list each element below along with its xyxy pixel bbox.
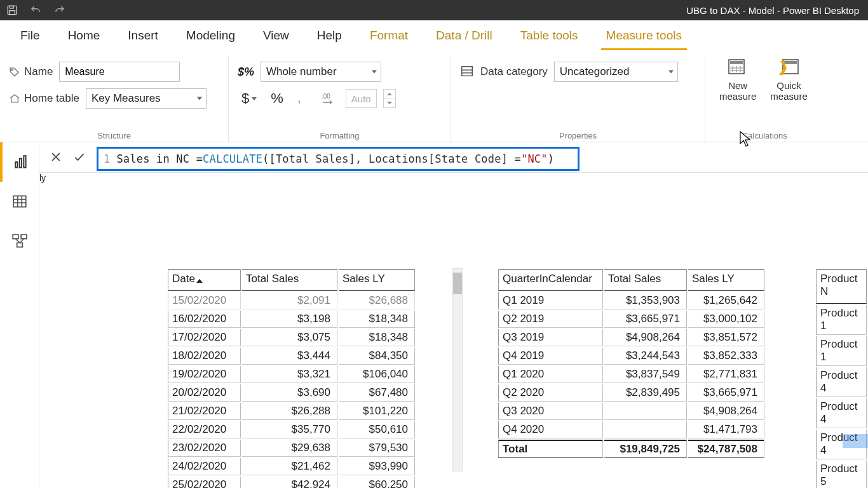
data-category-icon xyxy=(460,64,474,80)
table-row[interactable]: Q2 2020$2,839,495$3,665,971 xyxy=(498,384,764,402)
group-calculations: New measure Quick measure Calculations xyxy=(705,56,824,142)
svg-line-29 xyxy=(15,239,20,243)
redo-icon[interactable] xyxy=(53,4,66,16)
table-row[interactable]: 23/02/2020$29,638$79,530 xyxy=(168,440,415,457)
quick-measure-button[interactable]: Quick measure xyxy=(765,58,812,102)
tab-format[interactable]: Format xyxy=(356,21,422,51)
model-view-icon[interactable] xyxy=(0,221,39,261)
table-row[interactable]: Q4 2020$1,471,793 xyxy=(498,421,764,438)
decimal-places-input[interactable]: Auto xyxy=(346,89,377,108)
svg-rect-21 xyxy=(13,196,26,207)
data-category-label: Data category xyxy=(480,65,548,78)
table-row[interactable]: Q2 2019$3,665,971$3,000,102 xyxy=(498,311,764,328)
window-title: UBG to DAX - Model - Power BI Desktop xyxy=(686,5,862,16)
svg-point-3 xyxy=(11,69,13,71)
svg-rect-27 xyxy=(21,234,27,239)
table-row[interactable]: Product 4 xyxy=(816,398,867,428)
table-total-row: Total$19,849,725$24,787,508 xyxy=(498,440,764,458)
ribbon: Name Home table Key Measures Structure $… xyxy=(0,52,868,142)
table-row[interactable]: 15/02/2020$2,091$26,688 xyxy=(168,292,415,309)
tab-table-tools[interactable]: Table tools xyxy=(506,21,592,51)
datatype-select[interactable]: Whole number xyxy=(261,62,381,82)
table-row[interactable]: Product 1 xyxy=(816,336,867,366)
svg-rect-28 xyxy=(17,243,22,247)
table-row[interactable]: Product 4 xyxy=(816,367,867,397)
table-row[interactable]: Product 1 xyxy=(816,305,867,335)
svg-text:.00: .00 xyxy=(322,93,330,100)
tab-view[interactable]: View xyxy=(249,21,303,51)
svg-rect-19 xyxy=(19,159,21,168)
group-properties: Data category Uncategorized Properties xyxy=(451,56,705,142)
table-daily: Date Total Sales Sales LY 15/02/2020$2,0… xyxy=(166,268,416,488)
ribbon-tabs: File Home Insert Modeling View Help Form… xyxy=(0,20,868,52)
table-row[interactable]: Q1 2020$3,837,549$2,771,831 xyxy=(498,366,764,383)
tab-measure-tools[interactable]: Measure tools xyxy=(592,21,696,51)
formula-editor[interactable]: 1 Sales in NC = CALCULATE ( [Total Sales… xyxy=(97,147,580,171)
decimal-places-stepper[interactable] xyxy=(383,89,396,108)
table-row[interactable]: Q3 2019$4,908,264$3,851,572 xyxy=(498,329,764,346)
table-row[interactable]: Q1 2019$1,353,903$1,265,642 xyxy=(498,292,764,309)
svg-text:,: , xyxy=(297,92,301,105)
svg-rect-10 xyxy=(730,61,743,64)
svg-line-30 xyxy=(20,239,24,243)
tab-file[interactable]: File xyxy=(6,21,54,51)
group-structure: Name Home table Key Measures Structure xyxy=(0,56,229,142)
decimal-decrease-button[interactable]: .00 xyxy=(318,92,339,105)
datatype-icon: $% xyxy=(238,65,254,79)
data-category-select[interactable]: Uncategorized xyxy=(554,62,678,82)
svg-rect-18 xyxy=(15,162,17,168)
table-row[interactable]: 20/02/2020$3,690$67,480 xyxy=(168,384,415,402)
table-row[interactable]: 18/02/2020$3,444$84,350 xyxy=(168,348,415,365)
group-label-calculations: Calculations xyxy=(705,131,824,140)
selection-highlight xyxy=(843,434,868,448)
currency-format-button[interactable]: $ xyxy=(238,90,261,107)
save-icon[interactable] xyxy=(6,4,18,16)
thousands-separator-button[interactable]: , xyxy=(294,92,311,105)
commit-icon[interactable] xyxy=(72,151,86,166)
table-row[interactable]: 25/02/2020$42,924$60,250 xyxy=(168,477,415,488)
tab-help[interactable]: Help xyxy=(303,21,356,51)
visual-table-daily[interactable]: Date Total Sales Sales LY 15/02/2020$2,0… xyxy=(166,268,416,488)
group-label-properties: Properties xyxy=(451,131,705,140)
new-measure-button[interactable]: New measure xyxy=(714,58,761,102)
data-view-icon[interactable] xyxy=(0,182,39,221)
titlebar: UBG to DAX - Model - Power BI Desktop xyxy=(0,0,868,20)
group-formatting: $% Whole number $ % , .00 Auto Formattin… xyxy=(229,56,451,142)
tab-insert[interactable]: Insert xyxy=(114,21,172,51)
name-input[interactable] xyxy=(59,62,180,82)
report-canvas[interactable]: Date Total Sales Sales LY 15/02/2020$2,0… xyxy=(39,173,868,488)
table-row[interactable]: 16/02/2020$3,198$18,348 xyxy=(168,311,415,328)
visual-table-quarter[interactable]: QuarterInCalendar Total Sales Sales LY Q… xyxy=(497,268,766,459)
sort-asc-icon[interactable] xyxy=(196,279,203,283)
svg-rect-17 xyxy=(784,61,797,64)
report-view-icon[interactable] xyxy=(0,142,39,182)
table-row[interactable]: 21/02/2020$26,288$101,220 xyxy=(168,403,415,420)
table-row[interactable]: 19/02/2020$3,321$106,040 xyxy=(168,366,415,383)
group-label-structure: Structure xyxy=(0,131,228,140)
table-row[interactable]: Q3 2020$4,908,264 xyxy=(498,403,764,420)
table-row[interactable]: 22/02/2020$35,770$50,610 xyxy=(168,421,415,438)
home-table-label: Home table xyxy=(9,92,79,105)
table-row[interactable]: Product 5 xyxy=(816,461,867,488)
scrollbar-table-daily[interactable] xyxy=(452,268,463,471)
visual-table-product[interactable]: Product N Product 1Product 1Product 4Pro… xyxy=(815,268,868,488)
tab-home[interactable]: Home xyxy=(54,21,114,51)
svg-rect-2 xyxy=(10,11,15,15)
table-row[interactable]: Q4 2019$3,244,543$3,852,333 xyxy=(498,348,764,365)
undo-icon[interactable] xyxy=(29,4,42,16)
table-product: Product N Product 1Product 1Product 4Pro… xyxy=(815,268,868,488)
group-label-formatting: Formatting xyxy=(229,131,451,140)
svg-rect-6 xyxy=(462,66,473,76)
svg-rect-26 xyxy=(13,234,18,239)
table-row[interactable]: 17/02/2020$3,075$18,348 xyxy=(168,329,415,346)
name-label: Name xyxy=(9,65,53,78)
table-row[interactable]: 24/02/2020$21,462$93,990 xyxy=(168,458,415,475)
tab-modeling[interactable]: Modeling xyxy=(172,21,249,51)
home-table-select[interactable]: Key Measures xyxy=(86,88,207,109)
tab-data-drill[interactable]: Data / Drill xyxy=(422,21,506,51)
svg-rect-1 xyxy=(10,6,13,8)
formula-bar: 1 Sales in NC = CALCULATE ( [Total Sales… xyxy=(39,145,868,173)
svg-rect-20 xyxy=(24,156,25,167)
percent-format-button[interactable]: % xyxy=(267,90,287,107)
cancel-icon[interactable] xyxy=(50,151,62,166)
